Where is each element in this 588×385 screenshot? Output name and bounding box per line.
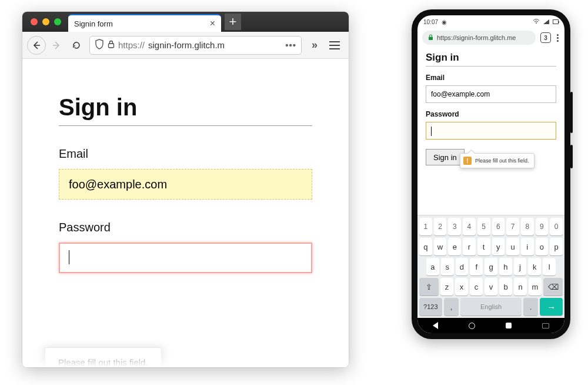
android-nav-bar	[417, 318, 564, 333]
address-bar[interactable]: https://signin-form.glitch.m •••	[89, 36, 302, 55]
email-input[interactable]	[59, 169, 312, 200]
app-menu-button[interactable]	[325, 36, 344, 55]
window-titlebar: Signin form × +	[22, 12, 349, 32]
signal-icon	[543, 19, 549, 24]
password-field-group: Password	[59, 221, 312, 273]
key-k[interactable]: k	[528, 258, 541, 276]
back-button[interactable]	[27, 36, 46, 55]
reload-icon	[72, 41, 81, 50]
warning-icon: !	[463, 157, 472, 165]
password-input[interactable]	[426, 122, 556, 140]
new-tab-button[interactable]: +	[225, 14, 241, 30]
mobile-toolbar: https://signin-form.glitch.me 3	[417, 28, 564, 48]
key-.[interactable]: .	[523, 298, 539, 316]
key-w[interactable]: w	[434, 238, 447, 255]
status-bar: 10:07 ◉	[417, 15, 564, 28]
close-window-icon[interactable]	[31, 18, 38, 25]
key-o[interactable]: o	[536, 238, 549, 255]
key-⇧[interactable]: ⇧	[419, 278, 439, 296]
key-g[interactable]: g	[485, 258, 497, 276]
phone-screen: 10:07 ◉ https://signin-form.glitch.me 3 …	[417, 15, 564, 333]
password-label: Password	[426, 110, 556, 118]
key-t[interactable]: t	[477, 238, 490, 255]
key-8[interactable]: 8	[521, 218, 534, 235]
tab-switcher-button[interactable]: 3	[540, 32, 551, 43]
status-app-icon: ◉	[442, 19, 447, 25]
key-0[interactable]: 0	[550, 218, 563, 235]
nav-home-icon[interactable]	[469, 323, 475, 329]
key-9[interactable]: 9	[536, 218, 549, 235]
email-field-group: Email	[426, 74, 556, 103]
key-d[interactable]: d	[456, 258, 469, 276]
key-i[interactable]: i	[521, 238, 534, 255]
kbd-row-1: qwertyuiop	[419, 238, 563, 255]
kbd-row-3: ⇧zxcvbnm⌫	[419, 278, 563, 296]
key-q[interactable]: q	[419, 238, 432, 255]
overflow-button[interactable]: »	[305, 36, 324, 55]
key-6[interactable]: 6	[492, 218, 505, 235]
soft-keyboard: 1234567890 qwertyuiop asdfghjkl ⇧zxcvbnm…	[417, 215, 564, 318]
lock-icon	[108, 40, 115, 50]
key-r[interactable]: r	[463, 238, 476, 255]
key-3[interactable]: 3	[448, 218, 461, 235]
email-input[interactable]	[426, 85, 556, 103]
kbd-row-2: asdfghjkl	[419, 258, 563, 276]
mobile-address-bar[interactable]: https://signin-form.glitch.me	[422, 31, 536, 45]
key-h[interactable]: h	[499, 258, 512, 276]
phone-side-button	[570, 145, 573, 168]
browser-tab-active[interactable]: Signin form ×	[68, 14, 221, 32]
key-x[interactable]: x	[455, 278, 468, 296]
reload-button[interactable]	[67, 36, 86, 55]
key-English[interactable]: English	[460, 298, 521, 316]
key-1[interactable]: 1	[419, 218, 432, 235]
page-content: Sign in Email Password Please fill out t…	[22, 59, 349, 367]
text-caret	[69, 250, 69, 264]
maximize-window-icon[interactable]	[54, 18, 61, 25]
key-,[interactable]: ,	[444, 298, 459, 316]
key-z[interactable]: z	[440, 278, 453, 296]
key-2[interactable]: 2	[434, 218, 447, 235]
key-j[interactable]: j	[514, 258, 527, 276]
key-a[interactable]: a	[426, 258, 439, 276]
svg-rect-0	[109, 44, 114, 48]
password-input[interactable]	[59, 243, 312, 273]
key-m[interactable]: m	[529, 278, 542, 296]
wifi-icon	[533, 18, 540, 25]
mobile-menu-button[interactable]	[556, 34, 560, 42]
nav-recents-icon[interactable]	[506, 323, 512, 328]
close-tab-icon[interactable]: ×	[210, 19, 215, 28]
key-y[interactable]: y	[492, 238, 505, 255]
window-controls	[22, 12, 68, 32]
tab-strip: Signin form × +	[68, 12, 349, 32]
password-label: Password	[59, 221, 312, 234]
signin-button[interactable]: Sign in	[426, 149, 465, 165]
nav-keyboard-icon[interactable]	[542, 323, 549, 328]
key-→[interactable]: →	[540, 298, 563, 316]
key-⌫[interactable]: ⌫	[543, 278, 563, 296]
password-field-group: Password	[426, 110, 556, 140]
forward-button[interactable]	[47, 36, 66, 55]
key-s[interactable]: s	[441, 258, 454, 276]
key-7[interactable]: 7	[506, 218, 519, 235]
minimize-window-icon[interactable]	[42, 18, 49, 25]
key-f[interactable]: f	[470, 258, 483, 276]
url-host: signin-form.glitch.m	[148, 40, 225, 50]
page-actions-icon[interactable]: •••	[285, 40, 296, 50]
svg-point-1	[536, 22, 537, 24]
validation-tooltip: ! Please fill out this field.	[460, 153, 534, 168]
key-c[interactable]: c	[470, 278, 483, 296]
key-l[interactable]: l	[543, 258, 556, 276]
key-n[interactable]: n	[514, 278, 527, 296]
key-5[interactable]: 5	[477, 218, 490, 235]
key-p[interactable]: p	[550, 238, 563, 255]
key-?123[interactable]: ?123	[419, 298, 442, 316]
key-e[interactable]: e	[448, 238, 461, 255]
page-heading: Sign in	[426, 52, 556, 67]
key-v[interactable]: v	[485, 278, 497, 296]
desktop-browser-window: Signin form × + https://signin-form.glit…	[22, 12, 349, 367]
key-4[interactable]: 4	[463, 218, 476, 235]
email-field-group: Email	[59, 147, 312, 200]
key-u[interactable]: u	[506, 238, 519, 255]
key-b[interactable]: b	[499, 278, 512, 296]
nav-back-icon[interactable]	[433, 322, 438, 329]
